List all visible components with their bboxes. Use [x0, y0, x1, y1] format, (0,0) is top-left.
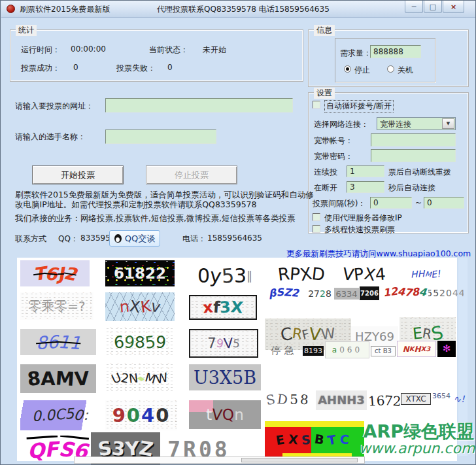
demand-input[interactable] [370, 45, 421, 58]
settings-groupbox: 设置 自动循环拨号/断开 选择网络连接： 宽带连接 ▼ 宽带帐号： 宽带密码： … [308, 92, 469, 233]
multithread-label: 多线程快速投票刷票 [324, 224, 395, 235]
disconnect-suffix: 秒后自动连接 [388, 182, 435, 194]
auto-dial-checkbox[interactable] [313, 101, 320, 109]
stats-legend: 统计 [16, 25, 37, 36]
network-select-label: 选择网络连接： [314, 119, 369, 130]
app-window: 刷票软件2015免费最新版 代理投票联系QQ83359578 电话1585956… [0, 0, 476, 465]
qq-chat-button[interactable]: QQ交谈 [109, 230, 160, 247]
vote-success-value: 0 [73, 63, 78, 72]
vote-fail-label: 投票失败： [116, 63, 156, 74]
contact-qq-label: QQ： [58, 233, 78, 245]
close-icon: × [450, 3, 456, 11]
contact-label: 联系方式 [15, 233, 46, 245]
proxy-label: 使用代理服务器修改IP [324, 213, 402, 224]
arp-watermark-url: www.arpun.com [359, 441, 474, 456]
window-title: 刷票软件2015免费最新版 [20, 4, 110, 15]
shutdown-radio[interactable] [387, 65, 394, 73]
qq-penguin-icon [114, 234, 122, 243]
maximize-icon: □ [430, 3, 436, 11]
info-legend: 信息 [314, 25, 335, 36]
close-button[interactable]: × [443, 1, 464, 13]
app-icon [7, 5, 15, 13]
arp-watermark: ARP绿色联盟 www.arpun.com [359, 422, 474, 456]
network-select-value: 宽带连接 [380, 119, 411, 130]
proxy-checkbox[interactable] [313, 213, 320, 221]
stop-vote-label: 停止投票 [175, 169, 209, 181]
shutdown-radio-label: 关机 [398, 65, 413, 76]
url-label: 请输入要投票的网址： [15, 101, 94, 112]
run-time-label: 运行时间： [21, 44, 60, 56]
disconnect-prefix: 在断开 [314, 182, 337, 194]
continuous-vote-suffix: 票后自动断线重拨 [388, 167, 451, 178]
broadband-account-label: 宽带帐号： [314, 135, 353, 146]
vote-success-label: 投票成功： [21, 63, 60, 74]
player-name-label: 请输入的选手名称： [15, 131, 86, 143]
demand-label: 需求量： [340, 48, 371, 59]
arp-watermark-title: ARP绿色联盟 [359, 422, 474, 441]
window-subtitle: 代理投票联系QQ83359578 电话15859564635 [157, 4, 330, 15]
interval-max-input[interactable] [424, 197, 464, 209]
dropdown-button[interactable]: ▼ [442, 118, 454, 129]
run-time-value: 00:00:00 [71, 44, 106, 54]
title-bar[interactable]: 刷票软件2015免费最新版 代理投票联系QQ83359578 电话1585956… [1, 1, 476, 18]
info-groupbox: 信息 需求量： 停止 关机 [308, 29, 469, 87]
auto-dial-label: 自动循环拨号/断开 [324, 100, 394, 112]
disconnect-input[interactable] [347, 181, 384, 193]
minimize-button[interactable]: − [405, 1, 423, 13]
settings-legend: 设置 [314, 88, 335, 99]
interval-label: 投票间隔(秒)： [313, 198, 366, 209]
about-line-3: 我们承接的业务：网络投票,投票软件,短信投票,微博投票,短信投票等各类投票 [15, 213, 295, 224]
stats-groupbox: 统计 运行时间： 00:00:00 当前状态： 未开始 投票成功： 0 投票失败… [10, 29, 303, 82]
broadband-password-input[interactable] [371, 149, 456, 162]
broadband-account-input[interactable] [371, 133, 456, 146]
status-label: 当前状态： [149, 44, 188, 56]
horizontal-scrollbar[interactable] [74, 456, 365, 464]
stop-radio[interactable] [344, 65, 351, 73]
network-select[interactable]: 宽带连接 ▼ [377, 117, 456, 130]
start-vote-label: 开始投票 [61, 169, 95, 181]
continuous-vote-prefix: 连续投 [314, 167, 337, 178]
contact-phone-label: 电话： [182, 233, 206, 245]
stop-radio-label: 停止 [354, 65, 370, 76]
interval-min-input[interactable] [370, 197, 412, 209]
continuous-vote-input[interactable] [347, 165, 384, 177]
url-input[interactable] [105, 98, 293, 112]
stop-vote-button: 停止投票 [146, 165, 237, 184]
start-vote-button[interactable]: 开始投票 [32, 165, 124, 184]
vote-fail-value: 0 [167, 63, 173, 72]
maximize-button[interactable]: □ [424, 1, 442, 13]
broadband-password-label: 宽带密码： [314, 151, 353, 162]
status-value: 未开始 [203, 44, 226, 56]
about-line-2: 改电脑IP地址。如需代理投票和定制投票软件请联系QQ83359578 [15, 199, 257, 211]
scrollbar-thumb[interactable] [241, 458, 358, 462]
contact-phone-number: 15859564635 [207, 233, 262, 243]
multithread-checkbox[interactable] [313, 225, 320, 233]
minimize-icon: − [411, 3, 416, 11]
player-name-input[interactable] [105, 129, 216, 144]
qq-chat-label: QQ交谈 [125, 233, 155, 245]
interval-tilde: ~ [415, 198, 422, 207]
chevron-down-icon: ▼ [447, 121, 450, 126]
